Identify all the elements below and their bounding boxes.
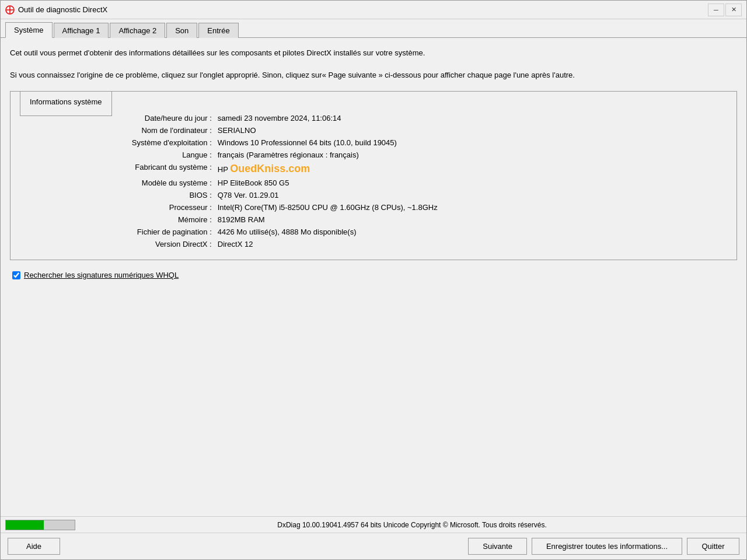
row-label: Processeur :: [20, 201, 215, 214]
progress-bar-fill: [6, 520, 44, 530]
whql-label[interactable]: Rechercher les signatures numériques WHQ…: [24, 271, 179, 279]
table-row: Système d'exploitation : Windows 10 Prof…: [20, 136, 727, 149]
table-row: Processeur : Intel(R) Core(TM) i5-8250U …: [20, 201, 727, 214]
row-value: français (Paramètres régionaux : françai…: [215, 149, 727, 161]
row-value: samedi 23 novembre 2024, 11:06:14: [215, 112, 727, 124]
table-row: Fichier de pagination : 4426 Mo utilisé(…: [20, 226, 727, 238]
tab-systeme[interactable]: Système: [5, 22, 53, 38]
status-bar: DxDiag 10.00.19041.4957 64 bits Unicode …: [1, 516, 746, 533]
row-label: Version DirectX :: [20, 238, 215, 250]
tab-entree[interactable]: Entrée: [198, 23, 238, 38]
minimize-button[interactable]: ─: [708, 4, 724, 16]
row-value: DirectX 12: [215, 238, 727, 250]
aide-button[interactable]: Aide: [8, 538, 60, 555]
row-value: Windows 10 Professionnel 64 bits (10.0, …: [215, 136, 727, 149]
main-window: Outil de diagnostic DirectX ─ ✕ Système …: [0, 0, 747, 560]
table-row: Date/heure du jour : samedi 23 novembre …: [20, 112, 727, 124]
row-value: 4426 Mo utilisé(s), 4888 Mo disponible(s…: [215, 226, 727, 238]
table-row: Langue : français (Paramètres régionaux …: [20, 149, 727, 161]
window-title: Outil de diagnostic DirectX: [18, 5, 107, 14]
row-value: HP EliteBook 850 G5: [215, 177, 727, 189]
row-label: Langue :: [20, 149, 215, 161]
enregistrer-button[interactable]: Enregistrer toutes les informations...: [532, 538, 682, 555]
sysinfo-table: Date/heure du jour : samedi 23 novembre …: [20, 112, 727, 250]
row-label: Nom de l'ordinateur :: [20, 124, 215, 136]
row-label: Fichier de pagination :: [20, 226, 215, 238]
row-label: Système d'exploitation :: [20, 136, 215, 149]
row-value: Q78 Ver. 01.29.01: [215, 189, 727, 201]
whql-checkbox-row: Rechercher les signatures numériques WHQ…: [10, 266, 737, 284]
main-content: Cet outil vous permet d'obtenir des info…: [1, 38, 746, 516]
title-bar: Outil de diagnostic DirectX ─ ✕: [1, 1, 746, 19]
whql-checkbox[interactable]: [12, 271, 20, 279]
table-row: BIOS : Q78 Ver. 01.29.01: [20, 189, 727, 201]
suivante-button[interactable]: Suivante: [468, 538, 527, 555]
desc-line1: Cet outil vous permet d'obtenir des info…: [10, 47, 737, 59]
sysinfo-group: Informations système Date/heure du jour …: [10, 91, 737, 260]
sysinfo-wrapper: Informations système Date/heure du jour …: [10, 89, 737, 260]
sysinfo-legend: Informations système: [20, 91, 112, 116]
table-row: Modèle du système : HP EliteBook 850 G5: [20, 177, 727, 189]
progress-bar-container: [5, 520, 75, 530]
quitter-button[interactable]: Quitter: [687, 538, 739, 555]
table-row: Nom de l'ordinateur : SERIALNO: [20, 124, 727, 136]
tab-son[interactable]: Son: [166, 23, 197, 38]
row-label: BIOS :: [20, 189, 215, 201]
tab-affichage2[interactable]: Affichage 2: [110, 23, 165, 38]
description-block: Cet outil vous permet d'obtenir des info…: [10, 45, 737, 61]
tabs-bar: Système Affichage 1 Affichage 2 Son Entr…: [1, 19, 746, 38]
app-icon: [5, 5, 15, 15]
row-value: 8192MB RAM: [215, 214, 727, 226]
close-button[interactable]: ✕: [725, 4, 742, 16]
row-value: SERIALNO: [215, 124, 727, 136]
row-label: Mémoire :: [20, 214, 215, 226]
row-label: Modèle du système :: [20, 177, 215, 189]
tab-affichage1[interactable]: Affichage 1: [54, 23, 109, 38]
description-block2: Si vous connaissez l'origine de ce probl…: [10, 67, 737, 83]
table-row: Mémoire : 8192MB RAM: [20, 214, 727, 226]
row-label: Fabricant du système :: [20, 161, 215, 177]
watermark-inline: OuedKniss.com: [230, 163, 310, 174]
row-value: Intel(R) Core(TM) i5-8250U CPU @ 1.60GHz…: [215, 201, 727, 214]
table-row: Fabricant du système : HP OuedKniss.com: [20, 161, 727, 177]
status-text: DxDiag 10.00.19041.4957 64 bits Unicode …: [82, 521, 742, 529]
desc-line2: Si vous connaissez l'origine de ce probl…: [10, 69, 737, 81]
footer-buttons: Aide Suivante Enregistrer toutes les inf…: [1, 533, 746, 559]
row-value: HP OuedKniss.com: [215, 161, 727, 177]
table-row: Version DirectX : DirectX 12: [20, 238, 727, 250]
